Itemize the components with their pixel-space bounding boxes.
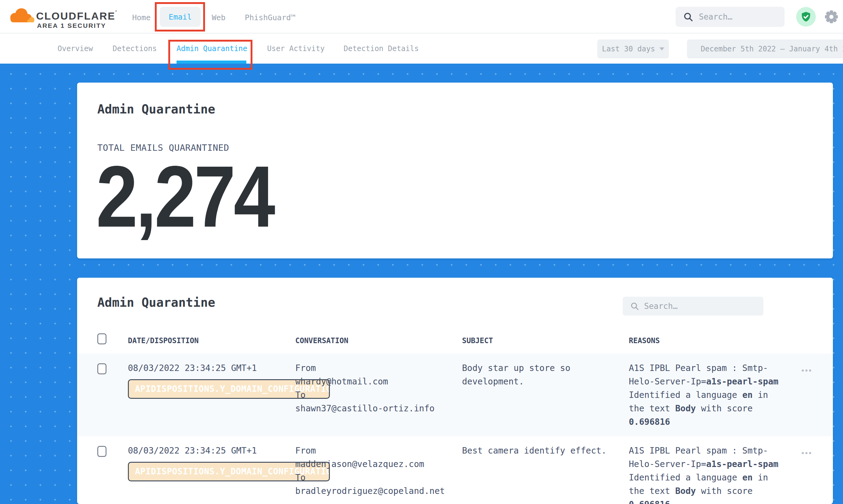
row-conversation: From maddenjason@velazquez.com To bradle… bbox=[295, 444, 467, 498]
col-header-date-disposition: DATE/DISPOSITION bbox=[128, 337, 198, 345]
table-row: 08/03/2022 23:34:25 GMT+1 APIDISPOSITION… bbox=[77, 436, 833, 504]
email-section-tabs: Overview Detections Admin Quarantine Use… bbox=[0, 35, 843, 64]
active-tab-underline bbox=[177, 60, 246, 64]
tab-overview[interactable]: Overview bbox=[57, 44, 93, 53]
row-checkbox[interactable] bbox=[97, 446, 106, 457]
brand-subtitle: AREA 1 SECURITY bbox=[37, 22, 106, 29]
row-actions-menu[interactable] bbox=[802, 370, 811, 372]
summary-card-title: Admin Quarantine bbox=[97, 102, 215, 116]
tab-detection-details[interactable]: Detection Details bbox=[344, 44, 419, 53]
row-actions-menu[interactable] bbox=[802, 452, 811, 454]
row-date: 08/03/2022 23:34:25 GMT+1 bbox=[128, 361, 257, 375]
table-search bbox=[623, 296, 763, 316]
date-range-button[interactable]: December 5th 2022 — January 4th 2023 bbox=[687, 39, 843, 58]
row-checkbox[interactable] bbox=[97, 363, 106, 374]
metric-value: 2,274 bbox=[96, 153, 273, 240]
top-navbar: CLOUDFLARE' AREA 1 SECURITY Home Email W… bbox=[0, 0, 843, 34]
search-icon bbox=[630, 302, 639, 311]
select-all-checkbox[interactable] bbox=[97, 334, 106, 344]
quarantine-table-card: Admin Quarantine Filter DATE/DISPOSITION… bbox=[77, 278, 833, 504]
to-email[interactable]: shawn37@castillo-ortiz.info bbox=[295, 402, 467, 415]
topnav-item-home[interactable]: Home bbox=[132, 13, 151, 22]
tab-admin-quarantine[interactable]: Admin Quarantine bbox=[177, 44, 247, 53]
cloudflare-cloud-icon bbox=[7, 5, 36, 25]
tab-detections[interactable]: Detections bbox=[112, 44, 157, 53]
col-header-conversation: CONVERSATION bbox=[295, 337, 348, 345]
row-subject: Body star up store so development. bbox=[462, 361, 609, 389]
table-row: 08/03/2022 23:34:25 GMT+1 APIDISPOSITION… bbox=[77, 354, 833, 436]
protection-status-badge[interactable] bbox=[796, 7, 816, 26]
brand-name: CLOUDFLARE' bbox=[36, 10, 117, 22]
gear-icon bbox=[824, 10, 838, 24]
topnav-item-phishguard[interactable]: PhishGuard™ bbox=[245, 13, 296, 22]
global-search bbox=[675, 7, 785, 27]
cloudflare-logo[interactable]: CLOUDFLARE' AREA 1 SECURITY bbox=[7, 4, 111, 31]
row-date: 08/03/2022 23:34:25 GMT+1 bbox=[128, 444, 257, 457]
from-email[interactable]: maddenjason@velazquez.com bbox=[295, 457, 467, 471]
area1-security-app: { "brand": { "name": "CLOUDFLARE", "tm":… bbox=[0, 0, 843, 504]
period-dropdown[interactable]: Last 30 days bbox=[597, 39, 669, 58]
row-conversation: From whardy@hotmail.com To shawn37@casti… bbox=[295, 361, 467, 415]
search-icon bbox=[683, 12, 693, 22]
topnav-item-email[interactable]: Email bbox=[160, 7, 201, 27]
row-subject: Best camera identify effect. bbox=[462, 444, 609, 457]
shield-check-icon bbox=[800, 11, 812, 23]
chevron-down-icon bbox=[660, 48, 664, 51]
row-reasons: A1S IPBL Pearl spam : Smtp-Helo-Server-I… bbox=[629, 361, 780, 429]
to-email[interactable]: bradleyrodriguez@copeland.net bbox=[295, 484, 467, 498]
page-background: Admin Quarantine TOTAL EMAILS QUARANTINE… bbox=[0, 64, 843, 504]
settings-button[interactable] bbox=[824, 10, 838, 24]
table-card-title: Admin Quarantine bbox=[97, 295, 215, 309]
row-reasons: A1S IPBL Pearl spam : Smtp-Helo-Server-I… bbox=[629, 444, 780, 504]
from-email[interactable]: whardy@hotmail.com bbox=[295, 375, 467, 389]
topnav-item-web[interactable]: Web bbox=[212, 13, 226, 22]
summary-card: Admin Quarantine TOTAL EMAILS QUARANTINE… bbox=[77, 83, 833, 258]
col-header-subject: SUBJECT bbox=[462, 337, 493, 345]
global-search-input[interactable] bbox=[699, 12, 775, 21]
col-header-reasons: REASONS bbox=[629, 337, 660, 345]
table-search-input[interactable] bbox=[644, 302, 745, 311]
tab-user-activity[interactable]: User Activity bbox=[267, 44, 324, 53]
